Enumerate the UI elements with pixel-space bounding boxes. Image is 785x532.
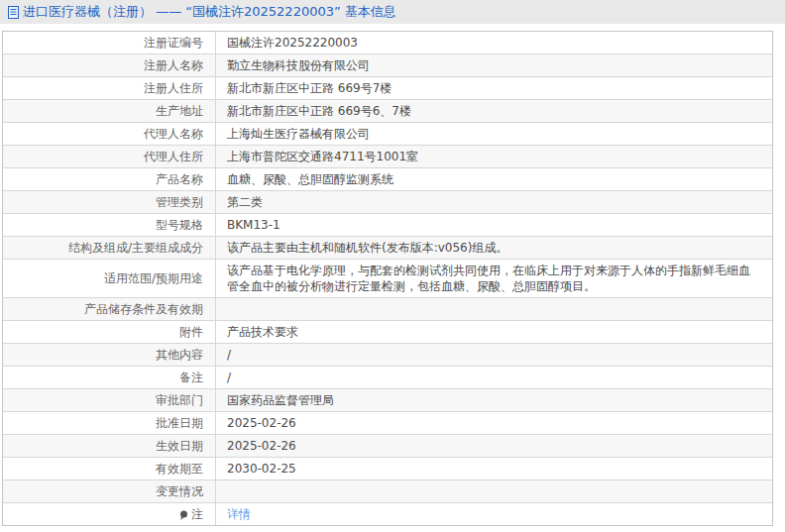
row-value: 第二类: [216, 191, 772, 213]
table-row-attachment: 附件 产品技术要求: [3, 321, 772, 344]
row-label: 审批部门: [3, 389, 216, 411]
table-row-agent-name: 代理人名称 上海灿生医疗器械有限公司: [3, 123, 772, 146]
row-label: 型号规格: [3, 214, 216, 236]
table-row-model-spec: 型号规格 BKM13-1: [3, 214, 772, 237]
row-label: 代理人名称: [3, 123, 216, 145]
row-value: /: [216, 344, 772, 366]
table-row-effective-date: 生效日期 2025-02-26: [3, 435, 772, 458]
row-value: 勤立生物科技股份有限公司: [216, 54, 772, 76]
table-row-other-content: 其他内容 /: [3, 344, 772, 367]
row-label: 批准日期: [3, 412, 216, 434]
row-value: 新北市新庄区中正路 669号6、7楼: [216, 100, 772, 122]
row-value: BKM13-1: [216, 214, 772, 236]
table-row-approval-date: 批准日期 2025-02-26: [3, 412, 772, 435]
table-row-remarks: 备注 /: [3, 367, 772, 389]
row-label: 附件: [3, 321, 216, 343]
table-row-expiry-date: 有效期至 2030-02-25: [3, 458, 772, 480]
row-label: 注: [191, 506, 203, 522]
table-row-change-status: 变更情况: [3, 480, 772, 503]
row-label: 代理人住所: [3, 146, 216, 167]
row-value: /: [216, 367, 772, 388]
details-link[interactable]: 详情: [227, 506, 251, 522]
table-row-agent-address: 代理人住所 上海市普陀区交通路4711号1001室: [3, 146, 772, 168]
table-row-product-name: 产品名称 血糖、尿酸、总胆固醇监测系统: [3, 168, 772, 191]
table-row-structure-composition: 结构及组成/主要组成成分 该产品主要由主机和随机软件(发布版本:v056)组成。: [3, 237, 772, 260]
page-header: 进口医疗器械（注册） —— “国械注许20252220003” 基本信息: [0, 0, 785, 24]
row-value: 2030-02-25: [216, 458, 772, 479]
table-row-registrant-name: 注册人名称 勤立生物科技股份有限公司: [3, 54, 772, 77]
registration-info-table: 注册证编号 国械注许20252220003 注册人名称 勤立生物科技股份有限公司…: [2, 31, 773, 526]
table-row-note: 注 详情: [3, 503, 772, 525]
row-value: [216, 298, 772, 320]
table-row-storage-validity: 产品储存条件及有效期: [3, 298, 772, 321]
table-row-approval-department: 审批部门 国家药品监督管理局: [3, 389, 772, 412]
row-value: 上海市普陀区交通路4711号1001室: [216, 146, 772, 167]
row-label: 注册证编号: [3, 32, 216, 53]
row-value: 该产品主要由主机和随机软件(发布版本:v056)组成。: [216, 237, 772, 259]
row-label: 注册人住所: [3, 77, 216, 99]
document-icon: [7, 5, 20, 20]
row-value: 上海灿生医疗器械有限公司: [216, 123, 772, 145]
row-label: 注册人名称: [3, 54, 216, 76]
row-label: 产品名称: [3, 168, 216, 190]
page-title: 进口医疗器械（注册） —— “国械注许20252220003” 基本信息: [23, 3, 396, 21]
note-icon: [179, 510, 188, 521]
table-row-management-class: 管理类别 第二类: [3, 191, 772, 214]
table-row-intended-use: 适用范围/预期用途 该产品基于电化学原理，与配套的检测试剂共同使用，在临床上用于…: [3, 260, 772, 298]
row-label: 其他内容: [3, 344, 216, 366]
table-row-production-address: 生产地址 新北市新庄区中正路 669号6、7楼: [3, 100, 772, 123]
table-row-registrant-address: 注册人住所 新北市新庄区中正路 669号7楼: [3, 77, 772, 100]
row-label: 结构及组成/主要组成成分: [3, 237, 216, 259]
row-value: 该产品基于电化学原理，与配套的检测试剂共同使用，在临床上用于对来源于人体的手指新…: [216, 260, 772, 297]
row-value: 新北市新庄区中正路 669号7楼: [216, 77, 772, 99]
row-value: 2025-02-26: [216, 435, 772, 457]
row-label: 有效期至: [3, 458, 216, 479]
row-label: 产品储存条件及有效期: [3, 298, 216, 320]
row-value: 血糖、尿酸、总胆固醇监测系统: [216, 168, 772, 190]
row-value: 2025-02-26: [216, 412, 772, 434]
row-label: 适用范围/预期用途: [3, 260, 216, 297]
row-value: [216, 480, 772, 502]
table-row-registration-number: 注册证编号 国械注许20252220003: [3, 32, 772, 54]
row-value: 国械注许20252220003: [216, 32, 772, 53]
row-value: 国家药品监督管理局: [216, 389, 772, 411]
row-label: 备注: [3, 367, 216, 388]
row-label: 生效日期: [3, 435, 216, 457]
row-label: 变更情况: [3, 480, 216, 502]
row-label: 管理类别: [3, 191, 216, 213]
device-registration-page: 进口医疗器械（注册） —— “国械注许20252220003” 基本信息 注册证…: [0, 0, 785, 532]
row-value: 产品技术要求: [216, 321, 772, 343]
row-label: 生产地址: [3, 100, 216, 122]
